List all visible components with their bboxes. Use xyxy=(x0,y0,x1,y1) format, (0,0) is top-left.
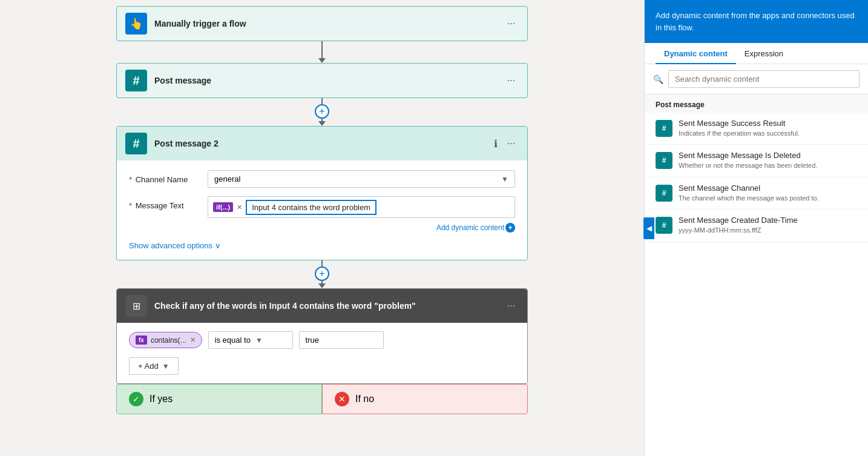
post-message-2-block: # Post message 2 ℹ ··· * Channel Name ge… xyxy=(116,126,528,260)
item-title-0: Sent Message Success Result xyxy=(679,119,857,128)
item-desc-1: Whether or not the message has been dele… xyxy=(679,161,857,170)
panel-search-area: 🔍 xyxy=(645,64,868,94)
item-title-3: Sent Message Created Date-Time xyxy=(679,216,857,225)
trigger-icon: 👆 xyxy=(125,13,147,35)
trigger-menu-icon[interactable]: ··· xyxy=(504,16,519,31)
connector-plus-2: + xyxy=(315,260,329,288)
message-text-field[interactable]: if(...) ✕ Input 4 contains the word prob… xyxy=(208,196,515,218)
branch-yes: ✓ If yes xyxy=(116,384,322,414)
post-message-2-icon: # xyxy=(125,133,147,154)
panel-header: Add dynamic content from the apps and co… xyxy=(645,0,868,43)
add-step-button-2[interactable]: + xyxy=(315,266,329,281)
post-message-1-icon: # xyxy=(125,70,147,91)
panel-collapse-arrow[interactable]: ◀ xyxy=(643,217,654,239)
connector-plus-1: + xyxy=(315,98,329,126)
message-text-highlighted[interactable]: Input 4 contains the word problem xyxy=(246,200,376,215)
list-item[interactable]: # Sent Message Message Is Deleted Whethe… xyxy=(645,145,868,177)
add-condition-button[interactable]: + Add ▼ xyxy=(129,357,179,375)
fx-close-icon[interactable]: ✕ xyxy=(235,203,243,211)
trigger-block-header[interactable]: 👆 Manually trigger a flow ··· xyxy=(116,6,528,41)
condition-row: fx contains(... ✕ is equal to ▼ true xyxy=(129,331,515,349)
tab-expression[interactable]: Expression xyxy=(736,43,792,64)
message-text-row: * Message Text if(...) ✕ Input 4 contain… xyxy=(129,196,515,233)
channel-name-chevron: ▼ xyxy=(501,175,508,183)
condition-icon: ⊞ xyxy=(125,295,147,317)
connector-1 xyxy=(318,41,326,63)
condition-header[interactable]: ⊞ Check if any of the words in Input 4 c… xyxy=(117,289,527,323)
post-message-1-block: # Post message ··· xyxy=(116,63,528,98)
trigger-block: 👆 Manually trigger a flow ··· xyxy=(116,6,528,41)
post-message-2-title: Post message 2 xyxy=(154,139,490,148)
post-message-1-header[interactable]: # Post message ··· xyxy=(116,63,528,98)
branch-no: ✕ If no xyxy=(322,384,528,414)
post-message-1-menu-icon[interactable]: ··· xyxy=(504,73,519,88)
add-step-button-1[interactable]: + xyxy=(315,104,329,119)
item-desc-0: Indicates if the operation was successfu… xyxy=(679,129,857,138)
post-message-1-title: Post message xyxy=(154,76,504,85)
trigger-title: Manually trigger a flow xyxy=(154,19,504,28)
item-desc-2: The channel which the message was posted… xyxy=(679,194,857,203)
contains-fx-badge: fx xyxy=(136,335,147,345)
item-icon-3: # xyxy=(656,217,672,234)
add-chevron: ▼ xyxy=(162,362,169,371)
branch-yes-label: If yes xyxy=(150,394,173,405)
post-message-2-header[interactable]: # Post message 2 ℹ ··· xyxy=(117,127,527,160)
branch-no-icon: ✕ xyxy=(335,392,349,406)
fx-badge: if(...) xyxy=(213,202,233,212)
channel-name-input[interactable]: general ▼ xyxy=(208,170,515,188)
branch-no-label: If no xyxy=(355,394,374,405)
info-icon[interactable]: ℹ xyxy=(490,136,501,152)
show-advanced-chevron: ∨ xyxy=(215,241,221,250)
search-input[interactable] xyxy=(668,70,860,88)
list-item[interactable]: # Sent Message Channel The channel which… xyxy=(645,177,868,210)
condition-operator-select[interactable]: is equal to ▼ xyxy=(208,331,293,349)
item-title-2: Sent Message Channel xyxy=(679,183,857,193)
condition-title: Check if any of the words in Input 4 con… xyxy=(154,301,504,311)
panel-items-list: # Sent Message Success Result Indicates … xyxy=(645,113,868,242)
condition-block: ⊞ Check if any of the words in Input 4 c… xyxy=(116,288,528,384)
post-message-2-body: * Channel Name general ▼ * Message Text … xyxy=(117,160,527,260)
item-icon-0: # xyxy=(656,120,672,137)
item-desc-3: yyyy-MM-ddTHH:mm:ss.fffZ xyxy=(679,226,857,235)
condition-body: fx contains(... ✕ is equal to ▼ true + A… xyxy=(117,323,527,383)
list-item[interactable]: # Sent Message Created Date-Time yyyy-MM… xyxy=(645,210,868,242)
panel-section-title: Post message xyxy=(645,94,868,113)
tab-dynamic-content[interactable]: Dynamic content xyxy=(656,43,736,64)
list-item[interactable]: # Sent Message Success Result Indicates … xyxy=(645,113,868,145)
channel-name-row: * Channel Name general ▼ xyxy=(129,170,515,188)
item-title-1: Sent Message Message Is Deleted xyxy=(679,151,857,160)
panel-tabs: Dynamic content Expression xyxy=(645,43,868,64)
contains-pill[interactable]: fx contains(... ✕ xyxy=(129,332,202,348)
show-advanced-link[interactable]: Show advanced options ∨ xyxy=(129,241,515,250)
channel-name-label: * Channel Name xyxy=(129,170,208,184)
branch-yes-icon: ✓ xyxy=(129,392,143,406)
item-icon-2: # xyxy=(656,185,672,202)
item-icon-1: # xyxy=(656,152,672,169)
search-icon: 🔍 xyxy=(653,74,663,84)
flow-canvas: 👆 Manually trigger a flow ··· # Post mes… xyxy=(0,0,644,456)
add-dynamic-plus-icon: + xyxy=(505,223,515,233)
contains-close-icon[interactable]: ✕ xyxy=(190,336,196,344)
operator-chevron: ▼ xyxy=(255,336,263,345)
message-text-label: * Message Text xyxy=(129,196,208,210)
condition-menu-icon[interactable]: ··· xyxy=(504,298,519,314)
condition-value-input[interactable]: true xyxy=(299,331,384,349)
right-panel: Add dynamic content from the apps and co… xyxy=(644,0,868,456)
branches-row: ✓ If yes ✕ If no xyxy=(116,384,528,414)
post-message-2-menu-icon[interactable]: ··· xyxy=(504,136,519,151)
add-dynamic-content-link[interactable]: Add dynamic content + xyxy=(436,223,515,233)
